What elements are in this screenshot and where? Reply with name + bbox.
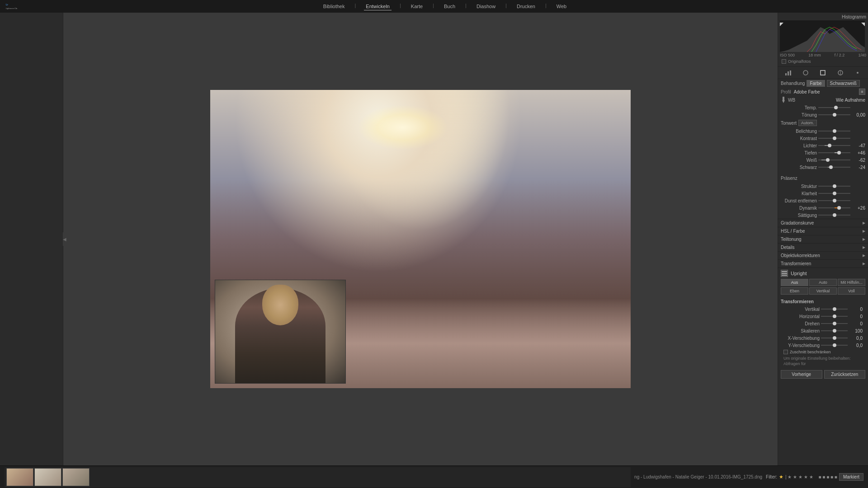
film-thumb-3[interactable]	[62, 468, 90, 486]
nav-drucken[interactable]: Drucken	[515, 3, 537, 10]
vorherige-btn[interactable]: Vorherige	[781, 370, 822, 379]
lightroom-logo: Lr Lightroom Classic	[5, 2, 17, 11]
svg-rect-18	[782, 273, 787, 274]
dot-icon[interactable]	[853, 69, 863, 77]
upright-voll-btn[interactable]: Voll	[838, 287, 865, 295]
upright-settings-icon[interactable]	[781, 270, 788, 277]
circle-icon[interactable]	[801, 69, 811, 77]
histogram-shutter: 1/40	[858, 53, 866, 57]
horizontal-slider[interactable]	[821, 316, 848, 317]
filter-star-icon[interactable]: ★	[779, 474, 783, 480]
saettigung-slider[interactable]	[818, 215, 850, 216]
profile-menu-btn[interactable]: ≡	[859, 89, 865, 95]
temp-slider-row: Temp.	[778, 104, 868, 111]
temp-slider[interactable]	[818, 107, 850, 108]
klarheit-slider[interactable]	[818, 193, 850, 194]
svg-text:Lightroom Classic: Lightroom Classic	[6, 7, 17, 9]
left-panel-toggle[interactable]: ◀	[63, 232, 66, 246]
bottom-toolbar: ng - Ludwigshafen - Natalie Geiger - 10.…	[0, 465, 868, 488]
upright-aus-btn[interactable]: Aus	[781, 279, 808, 286]
eyedropper-icon[interactable]	[781, 97, 786, 103]
weiss-value: -62	[852, 158, 865, 163]
zuschnitt-checkbox[interactable]	[783, 350, 788, 354]
horizontal-slider-row: Horizontal 0	[781, 313, 865, 320]
behandlung-farbe-btn[interactable]: Farbe	[807, 80, 825, 87]
histogram-icon[interactable]	[783, 69, 793, 77]
upright-vertikal-btn[interactable]: Vertikal	[809, 287, 837, 295]
svg-marker-16	[782, 100, 785, 103]
tiefen-label: Tiefen	[781, 150, 817, 155]
film-thumb-1[interactable]	[6, 468, 33, 486]
vertikal-slider[interactable]	[821, 309, 848, 310]
film-thumb-2[interactable]	[34, 468, 61, 486]
nav-karte[interactable]: Karte	[409, 3, 425, 10]
left-panel-arrow-icon: ◀	[63, 237, 66, 242]
nav-sep-5: |	[505, 3, 507, 10]
nav-bibliothek[interactable]: Bibliothek	[321, 3, 347, 10]
dynamik-slider[interactable]	[818, 207, 850, 208]
tiefen-slider[interactable]	[818, 152, 850, 153]
hsl-section[interactable]: HSL / Farbe ▶	[778, 227, 868, 235]
drehen-label: Drehen	[783, 321, 820, 326]
svg-rect-17	[782, 271, 787, 272]
schwarz-slider[interactable]	[818, 167, 850, 168]
tonung-value: 0,00	[852, 113, 865, 117]
saettigung-label: Sättigung	[781, 213, 817, 218]
kontrast-slider[interactable]	[818, 138, 850, 139]
dunst-slider[interactable]	[818, 200, 850, 201]
transformieren-collapsed-section[interactable]: Transformieren ▶	[778, 259, 868, 267]
behandlung-sw-btn[interactable]: Schwarzweiß	[827, 80, 860, 87]
square-icon[interactable]	[818, 69, 828, 77]
lichter-slider-row: Lichter -47	[778, 142, 868, 149]
histogram-svg	[780, 20, 865, 52]
y-verschiebung-slider[interactable]	[821, 345, 848, 346]
originals-checkbox[interactable]	[782, 59, 786, 64]
upright-header: Upright	[781, 270, 865, 277]
teiltonung-section[interactable]: Teiltonung ▶	[778, 235, 868, 243]
struktur-label: Struktur	[781, 184, 817, 189]
details-section[interactable]: Details ▶	[778, 243, 868, 251]
x-verschiebung-slider-row: X-Verschiebung 0,0	[781, 334, 865, 342]
nav-diashow[interactable]: Diashow	[475, 3, 497, 10]
zuruecksetzen-btn[interactable]: Zurücksetzen	[824, 370, 866, 379]
autom-btn[interactable]: Autom.	[798, 120, 817, 126]
drehen-value: 0	[849, 321, 863, 326]
belichtung-slider[interactable]	[818, 131, 850, 131]
upright-eben-btn[interactable]: Eben	[781, 287, 808, 295]
originals-row: Originalfotos	[780, 58, 866, 65]
top-navigation: Bibliothek | Entwickeln | Karte | Buch |…	[26, 3, 863, 10]
weiss-slider[interactable]	[818, 160, 850, 160]
svg-rect-19	[782, 275, 787, 276]
wb-label: WB	[788, 98, 795, 103]
x-verschiebung-slider[interactable]	[821, 338, 848, 338]
lichter-slider[interactable]	[818, 145, 850, 146]
filter-area: Filter: ★ | ★ ★ ★ ★ ★ ■ ■ ■ ■ ■ Markiert	[766, 473, 863, 481]
struktur-slider[interactable]	[818, 186, 850, 187]
upright-label: Upright	[791, 271, 807, 276]
drehen-slider[interactable]	[821, 323, 848, 324]
zuschnitt-row: Zuschnitt beschränken	[781, 349, 865, 355]
objektivkorrekturen-section[interactable]: Objektivkorrekturen ▶	[778, 251, 868, 259]
weiss-slider-row: Weiß -62	[778, 156, 868, 164]
markiert-btn[interactable]: Markiert	[839, 473, 863, 481]
dunst-label: Dunst entfernen	[781, 198, 817, 203]
transformieren-arrow-icon: ▶	[863, 262, 865, 266]
tonwert-label: Tonwert	[781, 121, 797, 126]
nav-buch[interactable]: Buch	[442, 3, 457, 10]
histogram-aperture: f / 2.2	[835, 53, 845, 57]
behandlung-row: Behandlung Farbe Schwarzweiß	[778, 79, 868, 88]
transformieren-collapsed-label: Transformieren	[781, 261, 811, 266]
circle2-icon[interactable]	[835, 69, 845, 77]
upright-hilfslin-btn[interactable]: Mit Hilfslin...	[838, 279, 865, 286]
dunst-slider-row: Dunst entfernen	[778, 197, 868, 204]
belichtung-slider-row: Belichtung	[778, 127, 868, 135]
gradationskurve-section[interactable]: Gradationskurve ▶	[778, 219, 868, 227]
filter-separators: | ★ ★ ★ ★ ★	[785, 474, 813, 479]
tonung-slider[interactable]	[818, 114, 850, 115]
saettigung-slider-row: Sättigung	[778, 211, 868, 219]
upright-auto-btn[interactable]: Auto	[809, 279, 837, 286]
details-arrow-icon: ▶	[863, 245, 865, 249]
skalieren-slider[interactable]	[821, 330, 848, 331]
nav-web[interactable]: Web	[555, 3, 568, 10]
nav-entwickeln[interactable]: Entwickeln	[364, 3, 392, 10]
